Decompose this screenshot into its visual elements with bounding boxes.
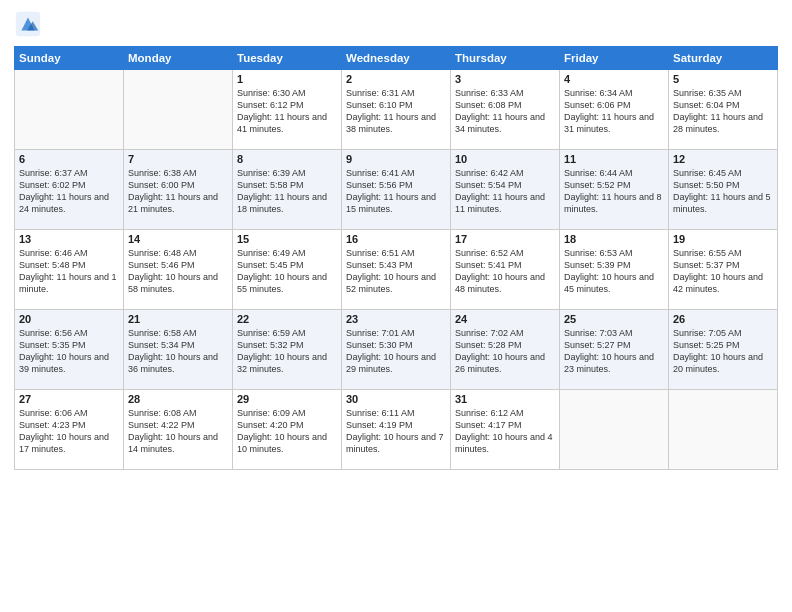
cell-info: Sunrise: 6:08 AM Sunset: 4:22 PM Dayligh… [128, 407, 228, 456]
calendar-cell: 21Sunrise: 6:58 AM Sunset: 5:34 PM Dayli… [124, 310, 233, 390]
calendar-cell: 11Sunrise: 6:44 AM Sunset: 5:52 PM Dayli… [560, 150, 669, 230]
calendar-week-row: 1Sunrise: 6:30 AM Sunset: 6:12 PM Daylig… [15, 70, 778, 150]
weekday-header: Tuesday [233, 47, 342, 70]
day-number: 21 [128, 313, 228, 325]
day-number: 31 [455, 393, 555, 405]
cell-info: Sunrise: 6:35 AM Sunset: 6:04 PM Dayligh… [673, 87, 773, 136]
logo [14, 10, 46, 38]
calendar-cell: 12Sunrise: 6:45 AM Sunset: 5:50 PM Dayli… [669, 150, 778, 230]
calendar-page: SundayMondayTuesdayWednesdayThursdayFrid… [0, 0, 792, 612]
cell-info: Sunrise: 6:34 AM Sunset: 6:06 PM Dayligh… [564, 87, 664, 136]
cell-info: Sunrise: 6:56 AM Sunset: 5:35 PM Dayligh… [19, 327, 119, 376]
calendar-cell: 3Sunrise: 6:33 AM Sunset: 6:08 PM Daylig… [451, 70, 560, 150]
cell-info: Sunrise: 6:06 AM Sunset: 4:23 PM Dayligh… [19, 407, 119, 456]
calendar-cell: 8Sunrise: 6:39 AM Sunset: 5:58 PM Daylig… [233, 150, 342, 230]
calendar-cell: 1Sunrise: 6:30 AM Sunset: 6:12 PM Daylig… [233, 70, 342, 150]
cell-info: Sunrise: 6:11 AM Sunset: 4:19 PM Dayligh… [346, 407, 446, 456]
calendar-cell: 22Sunrise: 6:59 AM Sunset: 5:32 PM Dayli… [233, 310, 342, 390]
day-number: 14 [128, 233, 228, 245]
calendar-cell: 10Sunrise: 6:42 AM Sunset: 5:54 PM Dayli… [451, 150, 560, 230]
calendar-cell: 31Sunrise: 6:12 AM Sunset: 4:17 PM Dayli… [451, 390, 560, 470]
day-number: 23 [346, 313, 446, 325]
cell-info: Sunrise: 6:42 AM Sunset: 5:54 PM Dayligh… [455, 167, 555, 216]
calendar-cell: 30Sunrise: 6:11 AM Sunset: 4:19 PM Dayli… [342, 390, 451, 470]
weekday-header: Monday [124, 47, 233, 70]
cell-info: Sunrise: 6:51 AM Sunset: 5:43 PM Dayligh… [346, 247, 446, 296]
weekday-header-row: SundayMondayTuesdayWednesdayThursdayFrid… [15, 47, 778, 70]
day-number: 2 [346, 73, 446, 85]
cell-info: Sunrise: 6:52 AM Sunset: 5:41 PM Dayligh… [455, 247, 555, 296]
cell-info: Sunrise: 6:59 AM Sunset: 5:32 PM Dayligh… [237, 327, 337, 376]
calendar-cell: 28Sunrise: 6:08 AM Sunset: 4:22 PM Dayli… [124, 390, 233, 470]
day-number: 5 [673, 73, 773, 85]
day-number: 24 [455, 313, 555, 325]
calendar-cell: 14Sunrise: 6:48 AM Sunset: 5:46 PM Dayli… [124, 230, 233, 310]
calendar-cell: 29Sunrise: 6:09 AM Sunset: 4:20 PM Dayli… [233, 390, 342, 470]
cell-info: Sunrise: 6:46 AM Sunset: 5:48 PM Dayligh… [19, 247, 119, 296]
day-number: 1 [237, 73, 337, 85]
cell-info: Sunrise: 6:55 AM Sunset: 5:37 PM Dayligh… [673, 247, 773, 296]
day-number: 15 [237, 233, 337, 245]
day-number: 10 [455, 153, 555, 165]
calendar-cell [669, 390, 778, 470]
calendar-cell: 26Sunrise: 7:05 AM Sunset: 5:25 PM Dayli… [669, 310, 778, 390]
calendar-cell: 6Sunrise: 6:37 AM Sunset: 6:02 PM Daylig… [15, 150, 124, 230]
header [14, 10, 778, 38]
calendar-cell: 25Sunrise: 7:03 AM Sunset: 5:27 PM Dayli… [560, 310, 669, 390]
cell-info: Sunrise: 6:31 AM Sunset: 6:10 PM Dayligh… [346, 87, 446, 136]
cell-info: Sunrise: 6:41 AM Sunset: 5:56 PM Dayligh… [346, 167, 446, 216]
day-number: 18 [564, 233, 664, 245]
cell-info: Sunrise: 6:44 AM Sunset: 5:52 PM Dayligh… [564, 167, 664, 216]
cell-info: Sunrise: 6:12 AM Sunset: 4:17 PM Dayligh… [455, 407, 555, 456]
logo-icon [14, 10, 42, 38]
day-number: 9 [346, 153, 446, 165]
cell-info: Sunrise: 7:01 AM Sunset: 5:30 PM Dayligh… [346, 327, 446, 376]
day-number: 12 [673, 153, 773, 165]
day-number: 6 [19, 153, 119, 165]
calendar-cell: 27Sunrise: 6:06 AM Sunset: 4:23 PM Dayli… [15, 390, 124, 470]
calendar-cell: 4Sunrise: 6:34 AM Sunset: 6:06 PM Daylig… [560, 70, 669, 150]
day-number: 28 [128, 393, 228, 405]
cell-info: Sunrise: 6:39 AM Sunset: 5:58 PM Dayligh… [237, 167, 337, 216]
calendar-cell: 7Sunrise: 6:38 AM Sunset: 6:00 PM Daylig… [124, 150, 233, 230]
cell-info: Sunrise: 6:58 AM Sunset: 5:34 PM Dayligh… [128, 327, 228, 376]
day-number: 26 [673, 313, 773, 325]
calendar-table: SundayMondayTuesdayWednesdayThursdayFrid… [14, 46, 778, 470]
calendar-week-row: 6Sunrise: 6:37 AM Sunset: 6:02 PM Daylig… [15, 150, 778, 230]
cell-info: Sunrise: 6:37 AM Sunset: 6:02 PM Dayligh… [19, 167, 119, 216]
calendar-cell: 16Sunrise: 6:51 AM Sunset: 5:43 PM Dayli… [342, 230, 451, 310]
day-number: 3 [455, 73, 555, 85]
weekday-header: Wednesday [342, 47, 451, 70]
day-number: 22 [237, 313, 337, 325]
calendar-cell [124, 70, 233, 150]
weekday-header: Thursday [451, 47, 560, 70]
calendar-cell: 24Sunrise: 7:02 AM Sunset: 5:28 PM Dayli… [451, 310, 560, 390]
day-number: 25 [564, 313, 664, 325]
day-number: 30 [346, 393, 446, 405]
calendar-week-row: 13Sunrise: 6:46 AM Sunset: 5:48 PM Dayli… [15, 230, 778, 310]
calendar-cell: 20Sunrise: 6:56 AM Sunset: 5:35 PM Dayli… [15, 310, 124, 390]
calendar-cell [15, 70, 124, 150]
cell-info: Sunrise: 6:38 AM Sunset: 6:00 PM Dayligh… [128, 167, 228, 216]
day-number: 29 [237, 393, 337, 405]
day-number: 16 [346, 233, 446, 245]
weekday-header: Saturday [669, 47, 778, 70]
cell-info: Sunrise: 6:09 AM Sunset: 4:20 PM Dayligh… [237, 407, 337, 456]
calendar-cell: 15Sunrise: 6:49 AM Sunset: 5:45 PM Dayli… [233, 230, 342, 310]
day-number: 13 [19, 233, 119, 245]
calendar-week-row: 27Sunrise: 6:06 AM Sunset: 4:23 PM Dayli… [15, 390, 778, 470]
calendar-cell: 23Sunrise: 7:01 AM Sunset: 5:30 PM Dayli… [342, 310, 451, 390]
calendar-week-row: 20Sunrise: 6:56 AM Sunset: 5:35 PM Dayli… [15, 310, 778, 390]
cell-info: Sunrise: 7:02 AM Sunset: 5:28 PM Dayligh… [455, 327, 555, 376]
calendar-cell: 13Sunrise: 6:46 AM Sunset: 5:48 PM Dayli… [15, 230, 124, 310]
calendar-cell: 2Sunrise: 6:31 AM Sunset: 6:10 PM Daylig… [342, 70, 451, 150]
calendar-cell: 9Sunrise: 6:41 AM Sunset: 5:56 PM Daylig… [342, 150, 451, 230]
day-number: 20 [19, 313, 119, 325]
day-number: 7 [128, 153, 228, 165]
day-number: 17 [455, 233, 555, 245]
cell-info: Sunrise: 6:48 AM Sunset: 5:46 PM Dayligh… [128, 247, 228, 296]
cell-info: Sunrise: 7:05 AM Sunset: 5:25 PM Dayligh… [673, 327, 773, 376]
cell-info: Sunrise: 6:45 AM Sunset: 5:50 PM Dayligh… [673, 167, 773, 216]
day-number: 8 [237, 153, 337, 165]
cell-info: Sunrise: 6:30 AM Sunset: 6:12 PM Dayligh… [237, 87, 337, 136]
